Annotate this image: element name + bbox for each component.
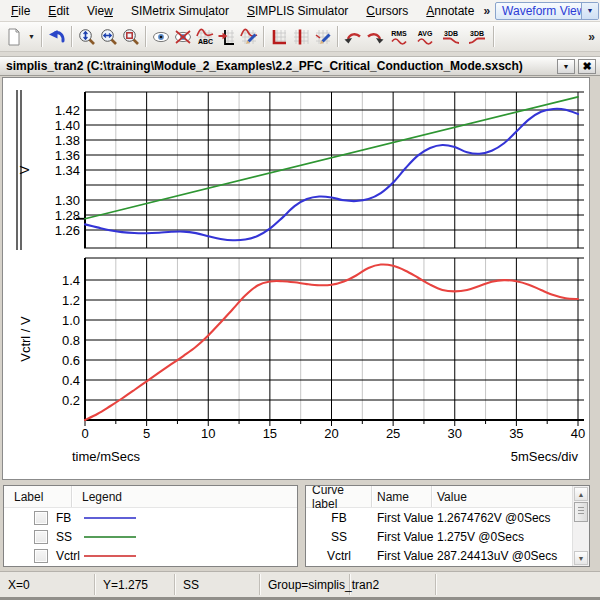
zoom-area-button[interactable] [120, 24, 142, 50]
red-curve-arrow-left-icon [343, 27, 363, 47]
3db-falling-icon: 3DB [439, 27, 463, 47]
measure-value: 1.275V @0Secs [432, 530, 589, 544]
measure-value: 1.2674762V @0Secs [432, 511, 589, 525]
chevron-down-icon[interactable]: ▼ [581, 3, 598, 19]
value-row-ss[interactable]: SS First Value 1.275V @0Secs [306, 527, 589, 546]
legend-line-sample [83, 513, 137, 523]
toolbar-separator [337, 26, 339, 47]
axis-grid-icon [269, 27, 289, 47]
menu-overflow-chevron-icon[interactable]: » [483, 4, 490, 18]
arrow-into-axis-icon [217, 27, 237, 47]
svg-text:15: 15 [263, 426, 277, 441]
chevron-down-icon: ▼ [28, 33, 35, 40]
3db-highpass-button[interactable]: 3DB [464, 24, 490, 50]
svg-text:0.4: 0.4 [62, 373, 80, 388]
measure-value: 287.24413uV @0Secs [432, 549, 589, 563]
rms-button[interactable]: RMS [386, 24, 412, 50]
svg-text:0.2: 0.2 [62, 393, 80, 408]
undo-button[interactable] [46, 24, 68, 50]
waveform-viewer-window: File Edit View SIMetrix Simulator SIMPLI… [0, 0, 600, 600]
eye-icon [151, 27, 171, 47]
scrollbar-thumb[interactable] [574, 502, 588, 522]
svg-text:1.34: 1.34 [55, 163, 80, 178]
values-scrollbar[interactable]: ▲ ▼ [572, 486, 589, 566]
grid-divider-icon [291, 27, 311, 47]
svg-text:3DB: 3DB [444, 29, 458, 36]
svg-text:1.36: 1.36 [55, 148, 80, 163]
status-curve-name: SS [175, 574, 260, 595]
zoom-x-axis-button[interactable] [98, 24, 120, 50]
menu-edit[interactable]: Edit [39, 2, 78, 20]
curve-label: SS [306, 530, 372, 544]
label-curve-button[interactable]: ABC [194, 24, 216, 50]
edit-grid-button[interactable] [312, 24, 334, 50]
legend-line-sample [83, 532, 137, 542]
edit-curve-button[interactable] [238, 24, 260, 50]
legend-panel: Label Legend FB SS Vctrl [3, 485, 298, 567]
curve-label-icon: ABC [195, 27, 215, 47]
curve-label: Vctrl [56, 549, 83, 563]
svg-text:1.2: 1.2 [62, 293, 80, 308]
curve-visible-checkbox-vctrl[interactable] [34, 549, 48, 563]
graph-menu-button[interactable]: ▼ [557, 59, 575, 74]
values-header-name: Name [372, 486, 432, 507]
menu-file[interactable]: File [2, 2, 39, 20]
hide-curve-button[interactable] [172, 24, 194, 50]
svg-text:1.26: 1.26 [55, 223, 80, 238]
curve-visible-checkbox-fb[interactable] [34, 511, 48, 525]
value-row-vctrl[interactable]: Vctrl First Value 287.24413uV @0Secs [306, 546, 589, 565]
menu-annotate[interactable]: Annotate [417, 2, 483, 20]
add-axis-button[interactable] [268, 24, 290, 50]
svg-text:35: 35 [509, 426, 523, 441]
svg-text:40: 40 [571, 426, 585, 441]
curve-label: FB [56, 511, 83, 525]
show-curve-button[interactable] [150, 24, 172, 50]
svg-text:30: 30 [448, 426, 462, 441]
curve-pencil-icon [239, 27, 259, 47]
legend-row-fb: FB [4, 508, 297, 527]
legend-header-label: Label [4, 486, 72, 507]
svg-text:1.0: 1.0 [62, 313, 80, 328]
redo-zoom-button[interactable] [364, 24, 386, 50]
svg-text:1.30: 1.30 [55, 193, 80, 208]
value-row-fb[interactable]: FB First Value 1.2674762V @0Secs [306, 508, 589, 527]
svg-text:5: 5 [143, 426, 150, 441]
new-graph-button[interactable] [3, 24, 25, 50]
legend-row-ss: SS [4, 527, 297, 546]
values-header-curve-label: Curve label [306, 486, 372, 507]
menu-view[interactable]: View [78, 2, 122, 20]
avg-button[interactable]: AVG [412, 24, 438, 50]
new-graph-dropdown-button[interactable]: ▼ [25, 24, 38, 50]
zoom-y-axis-button[interactable] [76, 24, 98, 50]
scroll-down-icon[interactable]: ▼ [574, 551, 588, 565]
svg-text:5mSecs/div: 5mSecs/div [511, 449, 579, 464]
viewer-mode-value: Waveform Viewer [496, 4, 581, 18]
viewer-mode-select[interactable]: Waveform Viewer ▼ [495, 2, 599, 20]
curve-label: Vctrl [306, 549, 372, 563]
toolbar-separator [145, 26, 147, 47]
undo-zoom-button[interactable] [342, 24, 364, 50]
scroll-up-icon[interactable]: ▲ [574, 487, 588, 501]
graph-close-button[interactable]: ✖ [578, 59, 596, 74]
zoom-box-icon [121, 27, 141, 47]
svg-text:10: 10 [201, 426, 215, 441]
menu-cursors[interactable]: Cursors [357, 2, 417, 20]
menu-simetrix-simulator[interactable]: SIMetrix Simulator [122, 2, 238, 20]
waveform-plot[interactable]: 1.421.401.381.361.341.301.281.26V1.41.21… [3, 78, 589, 479]
move-curve-to-axis-button[interactable] [216, 24, 238, 50]
svg-text:0.6: 0.6 [62, 353, 80, 368]
svg-text:1.40: 1.40 [55, 118, 80, 133]
graph-title: simplis_tran2 (C:\training\Module_2_Exam… [6, 59, 554, 73]
new-document-icon [4, 27, 24, 47]
values-panel-header: Curve label Name Value [306, 486, 589, 508]
toolbar-separator [493, 26, 495, 47]
menubar: File Edit View SIMetrix Simulator SIMPLI… [0, 0, 600, 22]
add-grid-button[interactable] [290, 24, 312, 50]
svg-text:1.38: 1.38 [55, 133, 80, 148]
toolbar-overflow-chevron-icon[interactable]: » [588, 30, 595, 44]
menu-simplis-simulator[interactable]: SIMPLIS Simulator [238, 2, 357, 20]
undo-icon [47, 27, 67, 47]
3db-lowpass-button[interactable]: 3DB [438, 24, 464, 50]
zoom-vertical-icon [77, 27, 97, 47]
curve-visible-checkbox-ss[interactable] [34, 530, 48, 544]
